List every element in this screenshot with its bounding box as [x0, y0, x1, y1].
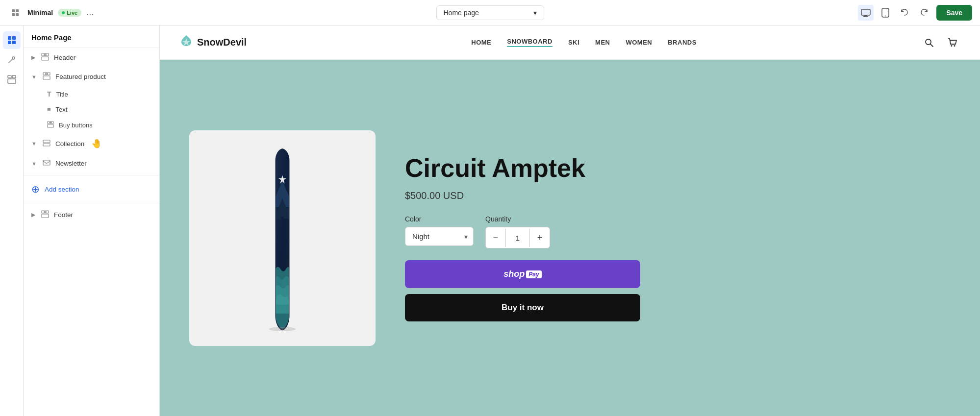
nav-home[interactable]: HOME	[471, 39, 491, 46]
quantity-option-group: Quantity − 1 +	[485, 215, 550, 248]
store-logo: SnowDevil	[179, 34, 247, 51]
text-lines-icon: ≡	[47, 106, 51, 113]
svg-rect-34	[46, 211, 49, 213]
left-panel: Home Page Header	[24, 25, 160, 416]
quantity-control: − 1 +	[485, 227, 550, 248]
nav-ski[interactable]: SKI	[568, 39, 579, 46]
svg-rect-24	[43, 76, 50, 79]
product-title: Circuit Amptek	[405, 154, 640, 182]
svg-rect-3	[16, 13, 19, 16]
save-button[interactable]: Save	[936, 5, 972, 21]
add-section-button[interactable]: ⊕ Add section	[24, 177, 159, 201]
sub-item-buy-buttons-label: Buy buttons	[59, 122, 93, 129]
svg-rect-32	[42, 211, 44, 213]
svg-rect-1	[16, 9, 19, 12]
back-icon[interactable]	[8, 5, 23, 20]
left-panel-header: Home Page	[24, 25, 159, 48]
sidebar-pages-button[interactable]	[3, 31, 21, 49]
svg-rect-27	[51, 122, 53, 123]
svg-point-8	[885, 15, 886, 16]
footer-label: Footer	[54, 211, 73, 219]
svg-rect-26	[50, 122, 51, 123]
topbar-center: Home page ▾	[331, 5, 649, 20]
svg-rect-10	[12, 36, 16, 40]
nav-brands[interactable]: BRANDS	[668, 39, 697, 46]
collection-icon	[43, 139, 50, 148]
main-layout: Home Page Header	[0, 25, 980, 416]
section-item-header[interactable]: Header	[24, 48, 159, 67]
svg-rect-29	[43, 140, 50, 143]
sub-item-text-label: Text	[56, 106, 68, 113]
sub-item-title[interactable]: T Title	[24, 86, 159, 102]
section-item-footer[interactable]: Footer	[24, 205, 159, 224]
buy-buttons-icon	[47, 121, 54, 129]
svg-rect-2	[12, 13, 15, 16]
section-item-featured-product[interactable]: Featured product	[24, 67, 159, 86]
color-select[interactable]: Night Dawn Dusk	[405, 227, 474, 246]
featured-product-section: Featured product T Title ≡ Text	[24, 67, 159, 133]
svg-rect-18	[45, 53, 46, 56]
product-image	[243, 145, 322, 331]
section-item-collection[interactable]: Collection 🤚	[24, 133, 159, 154]
quantity-increase-button[interactable]: +	[530, 227, 550, 248]
nav-snowboard[interactable]: SNOWBOARD	[507, 38, 553, 47]
page-selector[interactable]: Home page ▾	[436, 5, 544, 20]
store-logo-icon	[179, 34, 193, 51]
svg-rect-19	[46, 53, 49, 56]
sub-item-buy-buttons[interactable]: Buy buttons	[24, 117, 159, 133]
svg-rect-5	[864, 15, 867, 16]
section-item-newsletter[interactable]: Newsletter	[24, 154, 159, 173]
quantity-decrease-button[interactable]: −	[486, 227, 505, 248]
desktop-view-button[interactable]	[858, 5, 874, 21]
svg-rect-23	[48, 73, 50, 75]
sidebar-layout-button[interactable]	[3, 71, 21, 88]
svg-line-37	[930, 44, 933, 47]
product-image-container	[189, 130, 376, 346]
nav-men[interactable]: MEN	[595, 39, 610, 46]
topbar: Minimal Live ... Home page ▾	[0, 0, 980, 25]
sidebar-brush-button[interactable]	[3, 51, 21, 69]
buy-now-button[interactable]: Buy it now	[405, 294, 640, 321]
preview-area: SnowDevil HOME SNOWBOARD SKI MEN WOMEN B…	[160, 25, 980, 416]
mobile-view-button[interactable]	[879, 5, 892, 21]
svg-rect-33	[45, 211, 46, 213]
svg-rect-9	[8, 36, 11, 40]
product-info: Circuit Amptek $500.00 USD Color Night D…	[405, 154, 640, 321]
svg-rect-22	[46, 73, 47, 75]
svg-rect-16	[8, 79, 16, 83]
redo-button[interactable]	[917, 5, 931, 20]
svg-rect-28	[48, 124, 53, 127]
svg-rect-0	[12, 9, 15, 12]
more-options-button[interactable]: ...	[86, 7, 94, 18]
svg-point-47	[269, 326, 296, 331]
live-badge: Live	[58, 9, 81, 17]
store-nav: HOME SNOWBOARD SKI MEN WOMEN BRANDS	[471, 38, 697, 47]
svg-rect-20	[42, 57, 49, 60]
store-name: Minimal	[27, 9, 53, 17]
color-option-label: Color	[405, 215, 474, 223]
svg-rect-35	[42, 214, 49, 218]
quantity-option-label: Quantity	[485, 215, 550, 223]
store-logo-name: SnowDevil	[197, 37, 247, 48]
product-section: Circuit Amptek $500.00 USD Color Night D…	[160, 60, 980, 416]
sub-item-text[interactable]: ≡ Text	[24, 102, 159, 117]
shop-pay-button[interactable]: shop Pay	[405, 260, 640, 288]
add-section-plus-icon: ⊕	[31, 183, 40, 195]
svg-rect-14	[8, 75, 11, 78]
svg-rect-25	[48, 122, 50, 123]
cart-icon[interactable]	[945, 35, 960, 50]
product-options: Color Night Dawn Dusk ▾	[405, 215, 640, 248]
svg-point-38	[951, 45, 953, 47]
shop-pay-text: shop	[503, 269, 525, 279]
svg-rect-6	[863, 16, 868, 17]
svg-point-39	[954, 45, 955, 47]
nav-women[interactable]: WOMEN	[626, 39, 652, 46]
search-icon[interactable]	[921, 35, 937, 50]
panel-divider-2	[24, 203, 159, 203]
svg-rect-11	[8, 41, 11, 44]
undo-button[interactable]	[897, 5, 912, 20]
svg-rect-4	[861, 9, 870, 15]
section-toggle-featured	[31, 74, 37, 80]
color-option-group: Color Night Dawn Dusk ▾	[405, 215, 474, 248]
topbar-left: Minimal Live ...	[8, 5, 326, 20]
